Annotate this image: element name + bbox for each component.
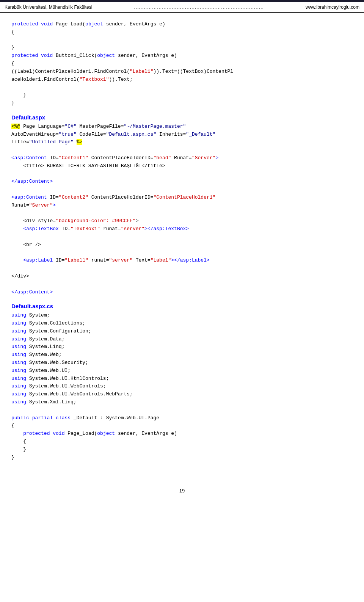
section-title-aspx: Default.aspx bbox=[11, 114, 353, 121]
code-line: ((Label)ContentPlaceHolder1.FindControl(… bbox=[11, 68, 353, 76]
code-line: { bbox=[11, 28, 353, 36]
code-line: } bbox=[11, 99, 353, 107]
code-line: <div style="background-color: #99CCFF"> bbox=[11, 217, 353, 225]
code-line: { bbox=[11, 60, 353, 68]
code-line bbox=[11, 186, 353, 194]
code-line: </asp:Content> bbox=[11, 178, 353, 186]
page-number: 19 bbox=[179, 488, 185, 494]
code-line: using System.Web.Security; bbox=[11, 359, 353, 367]
code-line: { bbox=[11, 438, 353, 446]
code-line bbox=[11, 83, 353, 91]
code-line bbox=[11, 249, 353, 257]
code-line: using System.Linq; bbox=[11, 343, 353, 351]
code-line: <title> BURASI ICERIK SAYFASININ BAŞLIĞI… bbox=[11, 162, 353, 170]
code-line: <asp:TextBox ID="TextBox1" runat="server… bbox=[11, 225, 353, 233]
code-line: { bbox=[11, 422, 353, 430]
code-line: <asp:Content ID="Content2" ContentPlaceH… bbox=[11, 194, 353, 202]
code-line: </asp:Content> bbox=[11, 288, 353, 296]
code-line bbox=[11, 281, 353, 288]
code-line: <%@ Page Language="C#" MasterPageFile="~… bbox=[11, 123, 353, 131]
code-line: <asp:Label ID="Label1" runat="server" Te… bbox=[11, 257, 353, 265]
code-line: AutoEventWireup="true" CodeFile="Default… bbox=[11, 131, 353, 139]
code-line: using System.Web.UI.WebControls.WebParts… bbox=[11, 390, 353, 398]
code-line bbox=[11, 406, 353, 414]
code-line bbox=[11, 170, 353, 178]
code-line: aceHolder1.FindControl("Textbox1")).Text… bbox=[11, 76, 353, 84]
section-title-cs: Default.aspx.cs bbox=[11, 303, 353, 309]
code-line: } bbox=[11, 454, 353, 462]
code-line: using System.Web; bbox=[11, 351, 353, 359]
code-line: <br /> bbox=[11, 241, 353, 249]
code-line: using System.Web.UI; bbox=[11, 367, 353, 375]
cs-code-top: protected void Page_Load(object sender, … bbox=[11, 20, 353, 107]
code-line: public partial class _Default : System.W… bbox=[11, 414, 353, 422]
code-line: using System; bbox=[11, 312, 353, 320]
header-dots: ........................................… bbox=[92, 5, 306, 10]
cs-code-bottom: using System; using System.Collections; … bbox=[11, 312, 353, 461]
aspx-code: <%@ Page Language="C#" MasterPageFile="~… bbox=[11, 123, 353, 296]
page-footer: 19 bbox=[0, 488, 364, 497]
code-line: using System.Web.UI.HtmlControls; bbox=[11, 375, 353, 383]
code-line bbox=[11, 36, 353, 44]
code-line: } bbox=[11, 44, 353, 52]
code-line bbox=[11, 146, 353, 154]
code-line: protected void Button1_Click(object send… bbox=[11, 52, 353, 60]
code-line: using System.Configuration; bbox=[11, 328, 353, 335]
code-line: using System.Data; bbox=[11, 335, 353, 343]
code-line: using System.Collections; bbox=[11, 320, 353, 328]
header-url: www.ibrahimcayiroglu.com bbox=[306, 5, 359, 10]
code-line: Title="Untitled Page" %> bbox=[11, 138, 353, 146]
code-line: <asp:Content ID="Content1" ContentPlaceH… bbox=[11, 154, 353, 162]
code-line: protected void Page_Load(object sender, … bbox=[11, 430, 353, 438]
code-line bbox=[11, 265, 353, 273]
code-line bbox=[11, 233, 353, 241]
code-line bbox=[11, 210, 353, 218]
code-line: using System.Web.UI.WebControls; bbox=[11, 383, 353, 390]
code-line: using System.Xml.Linq; bbox=[11, 398, 353, 406]
code-line: </div> bbox=[11, 273, 353, 281]
code-line: protected void Page_Load(object sender, … bbox=[11, 20, 353, 28]
code-line: Runat="Server"> bbox=[11, 202, 353, 210]
code-line: } bbox=[11, 446, 353, 454]
content-area: protected void Page_Load(object sender, … bbox=[0, 13, 364, 480]
header-title: Karabük Üniversitesi, Mühendislik Fakült… bbox=[5, 5, 92, 10]
header: Karabük Üniversitesi, Mühendislik Fakült… bbox=[0, 2, 364, 13]
code-line: } bbox=[11, 91, 353, 99]
